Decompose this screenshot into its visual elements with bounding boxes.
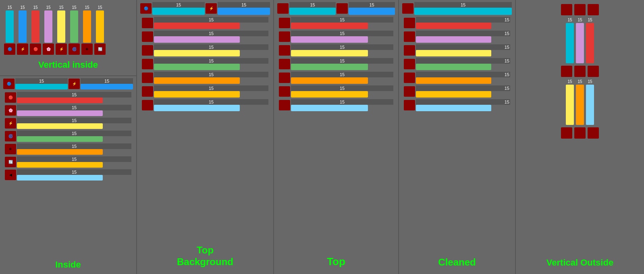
topbg-row-green: 15: [142, 58, 268, 70]
inside-panel: 🔵 15 ⚡ 15 🔴 15 🌸: [0, 76, 136, 274]
cleaned-row-gold: 15: [404, 85, 510, 98]
topbg-row-red: 15: [142, 17, 268, 29]
vert-bar-gold: 15 🔄: [94, 5, 106, 55]
vert-out-col-orange: 15: [576, 79, 584, 125]
vert-out-col-lightblue: 15: [586, 79, 594, 125]
vertical-inside-panel: 15 🔵 15 ⚡ 15 🔴 15 🌸: [0, 0, 136, 76]
vert-bar-cyan: 15 🔵: [4, 5, 15, 55]
cleaned-row-yellow: 15: [404, 44, 510, 56]
inside-row-gold: 🔄 15: [5, 156, 131, 168]
cleaned-row-red: 15: [404, 17, 510, 29]
vert-bar-red: 15 🔴: [30, 5, 41, 55]
inside-row-orange: ❄ 15: [5, 143, 131, 155]
vert-bar-yellow: 15 ⚡: [56, 5, 67, 55]
top-row-orange: 15: [279, 72, 393, 84]
inside-label: Inside: [3, 255, 133, 272]
vert-bar-green: 15 🌀: [69, 5, 80, 55]
vert-bar-purple: 15 🌸: [43, 5, 54, 55]
top-panel: 15 15 15 15 15: [274, 0, 399, 274]
vert-out-col-yellow: 15: [566, 79, 574, 125]
top-row-purple: 15: [279, 31, 393, 43]
top-background-label: TopBackground: [140, 239, 270, 272]
vert-out-col-purple: 15: [576, 18, 584, 63]
top-background-panel: 🔵 15 ⚡ 15 15 15: [137, 0, 274, 274]
vert-out-red: [588, 4, 599, 15]
inside-row-purple: 🌸 15: [5, 105, 131, 116]
cleaned-panel: 15 15 15 15: [399, 0, 516, 274]
inside-row-lightblue: ◀ 15: [5, 169, 131, 181]
vert-out-col-red: 15: [586, 18, 594, 63]
vertical-outside-panel: 15 15 15 15 15: [516, 0, 644, 274]
inside-row-green: 🌀 15: [5, 131, 131, 142]
top-row-yellow: 15: [279, 44, 393, 56]
top-row-lightblue: 15: [279, 99, 393, 111]
topbg-row-lightblue: 15: [142, 99, 268, 111]
top-label: Top: [277, 247, 395, 272]
vert-out-cyan: [561, 4, 572, 15]
cleaned-row-purple: 15: [404, 31, 510, 43]
top-row-green: 15: [279, 58, 393, 70]
vert-bar-blue: 15 ⚡: [17, 5, 28, 55]
vert-out-col-cyan: 15: [566, 18, 574, 63]
cleaned-row-lightblue: 15: [404, 99, 510, 111]
inside-row-red: 🔴 15: [5, 92, 131, 103]
topbg-row-purple: 15: [142, 31, 268, 43]
vert-out-blue: [574, 4, 586, 15]
top-row-gold: 15: [279, 85, 393, 98]
topbg-row-gold: 15: [142, 85, 268, 98]
cleaned-row-orange: 15: [404, 72, 510, 84]
topbg-row-orange: 15: [142, 72, 268, 84]
top-row-red: 15: [279, 17, 393, 29]
cleaned-row-green: 15: [404, 58, 510, 70]
vert-bar-orange: 15 ❄: [81, 5, 93, 55]
vertical-outside-label: Vertical Outside: [518, 253, 642, 272]
topbg-row-yellow: 15: [142, 44, 268, 56]
inside-row-yellow: ⚡ 15: [5, 118, 131, 129]
vertical-inside-label: Vertical inside: [2, 56, 134, 73]
cleaned-label: Cleaned: [402, 249, 512, 272]
